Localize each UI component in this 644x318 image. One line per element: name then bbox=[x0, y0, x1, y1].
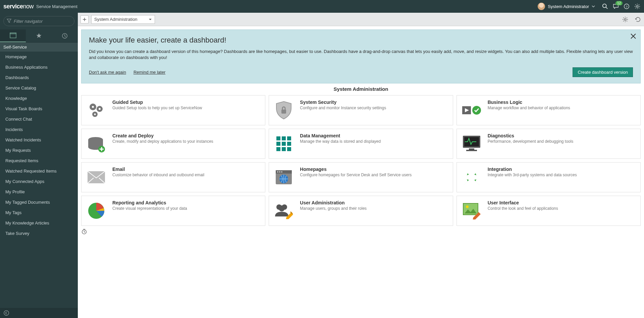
sidebar-item-requested-items[interactable]: Requested Items bbox=[0, 155, 78, 166]
svg-rect-16 bbox=[281, 110, 286, 114]
reporting-and-analytics-icon bbox=[86, 200, 107, 221]
svg-rect-28 bbox=[287, 142, 291, 146]
collapse-icon[interactable] bbox=[3, 310, 9, 316]
svg-rect-23 bbox=[276, 136, 280, 140]
search-icon[interactable] bbox=[602, 3, 608, 10]
card-user-interface[interactable]: User InterfaceControl the look and feel … bbox=[457, 196, 641, 226]
close-icon[interactable] bbox=[630, 33, 636, 39]
card-reporting-and-analytics[interactable]: Reporting and AnalyticsCreate visual rep… bbox=[81, 196, 265, 226]
filter-input[interactable] bbox=[3, 16, 74, 26]
svg-point-46 bbox=[279, 205, 285, 211]
card-desc: Manage workflow and behavior of applicat… bbox=[488, 106, 570, 110]
svg-point-41 bbox=[281, 171, 282, 173]
card-desc: Create visual representations of your da… bbox=[112, 206, 187, 211]
svg-point-8 bbox=[4, 311, 9, 315]
card-desc: Manage users, groups and their roles bbox=[300, 206, 367, 211]
svg-rect-30 bbox=[282, 147, 286, 151]
sidebar-item-incidents[interactable]: Incidents bbox=[0, 124, 78, 135]
nav-tab-all[interactable] bbox=[0, 29, 26, 42]
card-title: User Administration bbox=[300, 200, 367, 205]
svg-point-15 bbox=[94, 114, 96, 115]
sidebar-item-connect-chat[interactable]: Connect Chat bbox=[0, 114, 78, 124]
card-title: Business Logic bbox=[488, 100, 570, 105]
sidebar-item-service-catalog[interactable]: Service Catalog bbox=[0, 83, 78, 93]
card-system-security[interactable]: System SecurityConfigure and monitor Ins… bbox=[269, 95, 453, 125]
homepages-icon bbox=[273, 167, 294, 188]
product-name: Service Management bbox=[36, 4, 77, 9]
card-business-logic[interactable]: Business LogicManage workflow and behavi… bbox=[457, 95, 641, 125]
svg-rect-34 bbox=[469, 148, 474, 150]
card-desc: Manage the way data is stored and displa… bbox=[300, 139, 381, 144]
remind-later-link[interactable]: Remind me later bbox=[133, 70, 165, 75]
card-data-management[interactable]: Data ManagementManage the way data is st… bbox=[269, 129, 453, 159]
card-title: Email bbox=[112, 167, 204, 172]
sidebar-item-take-survey[interactable]: Take Survey bbox=[0, 228, 78, 239]
sidebar-item-business-applications[interactable]: Business Applications bbox=[0, 62, 78, 72]
svg-point-13 bbox=[92, 106, 94, 108]
business-logic-icon bbox=[461, 100, 482, 121]
svg-rect-24 bbox=[282, 136, 286, 140]
sidebar: Self-Service HomepageBusiness Applicatio… bbox=[0, 13, 78, 318]
logo-text-main: service bbox=[3, 3, 23, 10]
svg-text:?: ? bbox=[626, 5, 628, 8]
svg-rect-6 bbox=[10, 33, 16, 34]
svg-rect-5 bbox=[10, 34, 16, 38]
nav-tab-favorites[interactable] bbox=[26, 29, 52, 42]
card-diagnostics[interactable]: DiagnosticsPerformance, development and … bbox=[457, 129, 641, 159]
homepage-select[interactable]: System Administration bbox=[91, 15, 155, 24]
user-menu[interactable]: System Administrator bbox=[538, 3, 595, 10]
help-icon[interactable]: ? bbox=[623, 3, 630, 10]
sidebar-item-my-tags[interactable]: My Tags bbox=[0, 207, 78, 218]
svg-rect-25 bbox=[287, 136, 291, 140]
card-title: User Interface bbox=[488, 200, 558, 205]
nav-list[interactable]: Self-Service HomepageBusiness Applicatio… bbox=[0, 43, 78, 308]
card-integration[interactable]: IntegrationIntegrate with 3rd-party syst… bbox=[457, 162, 641, 192]
card-desc: Performance, development and debugging t… bbox=[488, 139, 574, 144]
svg-point-40 bbox=[279, 171, 280, 173]
settings-icon[interactable] bbox=[622, 16, 629, 23]
sidebar-item-my-connected-apps[interactable]: My Connected Apps bbox=[0, 176, 78, 187]
card-desc: Configure homepages for Service Desk and… bbox=[300, 173, 412, 177]
banner-title: Make your life easier, create a dashboar… bbox=[89, 36, 633, 45]
card-user-administration[interactable]: User AdministrationManage users, groups … bbox=[269, 196, 453, 226]
dont-ask-link[interactable]: Don't ask me again bbox=[89, 70, 126, 75]
svg-point-4 bbox=[636, 5, 638, 7]
integration-icon bbox=[461, 167, 482, 188]
sidebar-item-homepage[interactable]: Homepage bbox=[0, 52, 78, 62]
nav-section-self-service[interactable]: Self-Service bbox=[0, 43, 78, 52]
logo-text-sub: now bbox=[23, 3, 34, 10]
sidebar-item-visual-task-boards[interactable]: Visual Task Boards bbox=[0, 104, 78, 114]
sidebar-item-watched-incidents[interactable]: Watched Incidents bbox=[0, 135, 78, 145]
chevron-down-icon bbox=[149, 18, 152, 21]
card-homepages[interactable]: HomepagesConfigure homepages for Service… bbox=[269, 162, 453, 192]
nav-tab-history[interactable] bbox=[52, 29, 78, 42]
sidebar-item-knowledge[interactable]: Knowledge bbox=[0, 93, 78, 104]
card-desc: Configure and monitor Instance security … bbox=[300, 106, 386, 110]
page-title: System Administration bbox=[81, 86, 641, 92]
main: System Administration Make your life eas… bbox=[78, 13, 644, 318]
svg-point-0 bbox=[603, 4, 606, 8]
logo: servicenow bbox=[3, 3, 34, 10]
card-title: Guided Setup bbox=[112, 100, 202, 105]
homepage-select-value: System Administration bbox=[94, 17, 138, 22]
sidebar-item-my-profile[interactable]: My Profile bbox=[0, 187, 78, 197]
chat-icon[interactable]: 12 bbox=[612, 3, 619, 10]
card-email[interactable]: EmailCustomize behavior of inbound and o… bbox=[81, 162, 265, 192]
sidebar-item-dashboards[interactable]: Dashboards bbox=[0, 72, 78, 83]
sidebar-item-my-knowledge-articles[interactable]: My Knowledge Articles bbox=[0, 218, 78, 228]
sidebar-item-watched-requested-items[interactable]: Watched Requested Items bbox=[0, 166, 78, 176]
refresh-icon[interactable] bbox=[635, 16, 641, 23]
gear-icon[interactable] bbox=[634, 3, 641, 10]
sidebar-item-my-requests[interactable]: My Requests bbox=[0, 145, 78, 155]
content: Make your life easier, create a dashboar… bbox=[78, 26, 644, 318]
card-title: System Security bbox=[300, 100, 386, 105]
guided-setup-icon bbox=[86, 100, 107, 121]
timing-icon[interactable] bbox=[81, 226, 641, 235]
add-content-button[interactable] bbox=[80, 15, 89, 23]
diagnostics-icon bbox=[461, 133, 482, 154]
sidebar-item-my-tagged-documents[interactable]: My Tagged Documents bbox=[0, 197, 78, 207]
card-create-and-deploy[interactable]: Create and DeployCreate, modify and depl… bbox=[81, 129, 265, 159]
card-guided-setup[interactable]: Guided SetupGuided Setup tools to help y… bbox=[81, 95, 265, 125]
user-name: System Administrator bbox=[548, 4, 589, 9]
create-dashboard-button[interactable]: Create dashboard version bbox=[573, 67, 633, 77]
